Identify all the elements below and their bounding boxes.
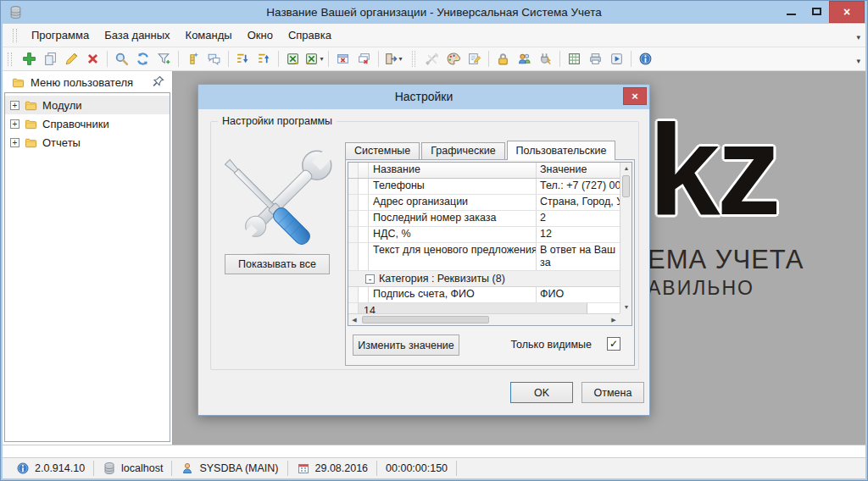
field-chooser-button[interactable] bbox=[182, 49, 203, 69]
tree-item[interactable]: +Справочники bbox=[5, 114, 170, 133]
only-visible-checkbox[interactable]: ✓ bbox=[607, 337, 620, 351]
grid-view-icon bbox=[567, 52, 581, 66]
row-indicator2 bbox=[359, 243, 369, 270]
dropdown-caret-icon: ▾ bbox=[398, 55, 402, 63]
tab-panel: Название Значение ТелефоныТел.: +7 (727)… bbox=[345, 159, 635, 366]
pin-icon[interactable] bbox=[152, 75, 165, 91]
show-all-button[interactable]: Показывать все bbox=[225, 254, 330, 274]
toolbar-overflow-icon[interactable]: ▾ bbox=[856, 56, 860, 64]
column-value-header[interactable]: Значение bbox=[537, 163, 620, 178]
refresh-button[interactable] bbox=[132, 49, 153, 69]
menu-item-3[interactable]: Окно bbox=[240, 25, 281, 45]
menu-item-0[interactable]: Программа bbox=[24, 25, 97, 45]
info-button[interactable] bbox=[635, 49, 656, 69]
grid-header: Название Значение bbox=[348, 163, 620, 179]
menu-item-4[interactable]: Справка bbox=[281, 25, 339, 45]
copy-button[interactable] bbox=[40, 49, 61, 69]
hscroll-thumb[interactable] bbox=[362, 316, 489, 323]
folder-icon bbox=[24, 99, 38, 112]
menubar-items: ПрограммаБаза данныхКомандыОкноСправка bbox=[24, 25, 339, 45]
tab-0[interactable]: Системные bbox=[345, 142, 420, 159]
horizontal-scrollbar[interactable]: ◀ ▶ bbox=[348, 313, 620, 325]
users-button[interactable] bbox=[514, 49, 535, 69]
grid-row[interactable]: Текст для ценового предложенияВ ответ на… bbox=[348, 243, 620, 271]
tab-1[interactable]: Графические bbox=[421, 142, 504, 159]
maximize-button[interactable] bbox=[804, 1, 829, 21]
filter-button[interactable] bbox=[153, 49, 175, 69]
expand-icon[interactable]: + bbox=[10, 119, 19, 129]
exit-button[interactable]: ▾ bbox=[382, 49, 403, 69]
edit-button[interactable] bbox=[61, 49, 82, 69]
lock-icon bbox=[496, 52, 510, 66]
ok-button[interactable]: OK bbox=[510, 382, 573, 403]
grid-row[interactable]: Адрес организацииСтрана, Город, У bbox=[348, 195, 620, 211]
delete-icon bbox=[86, 52, 100, 66]
window-close-button[interactable] bbox=[332, 49, 353, 69]
setting-value: ФИО bbox=[537, 287, 620, 302]
bottom-panel bbox=[3, 445, 865, 457]
vertical-scrollbar[interactable]: ▲ ▼ bbox=[620, 163, 632, 313]
collapse-icon[interactable]: - bbox=[365, 274, 375, 284]
palette-icon bbox=[446, 52, 460, 66]
scroll-right-icon[interactable]: ▶ bbox=[608, 314, 620, 326]
row-indicator2 bbox=[359, 195, 369, 210]
menu-item-1[interactable]: База данных bbox=[97, 25, 177, 45]
status-text: SYSDBA (MAIN) bbox=[199, 462, 278, 474]
setting-value: Страна, Город, У bbox=[537, 195, 620, 210]
lock-button[interactable] bbox=[492, 49, 514, 69]
expand-icon[interactable]: + bbox=[10, 101, 19, 110]
excel-export-menu-button[interactable]: ▾ bbox=[303, 49, 325, 69]
settings-tab-control: СистемныеГрафическиеПользовательские Наз… bbox=[345, 141, 635, 366]
form-edit-button[interactable] bbox=[464, 49, 485, 69]
grid-row[interactable]: НДС, %12 bbox=[348, 227, 620, 243]
run-button[interactable] bbox=[606, 49, 627, 69]
users-icon bbox=[517, 52, 531, 66]
minimize-button[interactable] bbox=[778, 1, 804, 21]
toolbar-separator bbox=[412, 51, 415, 67]
grid-row[interactable]: Последний номер заказа2 bbox=[348, 211, 620, 227]
column-name-header[interactable]: Название bbox=[369, 163, 537, 178]
palette-button[interactable] bbox=[442, 49, 464, 69]
info-icon bbox=[16, 462, 30, 475]
expand-icon[interactable]: + bbox=[10, 138, 19, 147]
grid-view-button[interactable] bbox=[564, 49, 585, 69]
scroll-left-icon[interactable]: ◀ bbox=[348, 314, 360, 326]
close-button[interactable]: × bbox=[829, 1, 865, 23]
comments-button[interactable] bbox=[203, 49, 225, 69]
add-button[interactable] bbox=[19, 49, 40, 69]
dialog-close-button[interactable]: × bbox=[623, 87, 647, 105]
search-icon bbox=[114, 52, 129, 66]
grid-footer: 14 bbox=[348, 303, 620, 313]
windows-close-all-icon bbox=[357, 52, 371, 66]
tab-2[interactable]: Пользовательские bbox=[507, 141, 616, 160]
cancel-button[interactable]: Отмена bbox=[581, 382, 644, 403]
sidebar: Меню пользователя +Модули+Справочники+От… bbox=[3, 71, 173, 445]
print-button[interactable] bbox=[585, 49, 606, 69]
menubar-overflow-icon[interactable]: ▾ bbox=[856, 32, 860, 41]
delete-button[interactable] bbox=[82, 49, 103, 69]
tree-expand-button[interactable] bbox=[232, 49, 253, 69]
excel-export-button[interactable] bbox=[282, 49, 303, 69]
grid-row[interactable]: ТелефоныТел.: +7 (727) 000 bbox=[348, 179, 620, 195]
scroll-down-icon[interactable]: ▼ bbox=[620, 301, 632, 313]
grid-row[interactable]: Подпись счета, ФИОФИО bbox=[348, 287, 620, 303]
app-window: Название Вашей организации - Универсальн… bbox=[0, 0, 868, 481]
power-button[interactable] bbox=[535, 49, 556, 69]
header-indicator bbox=[348, 163, 359, 178]
tree-item[interactable]: +Отчеты bbox=[5, 133, 170, 152]
menu-item-2[interactable]: Команды bbox=[178, 25, 240, 45]
scroll-up-icon[interactable]: ▲ bbox=[620, 163, 632, 174]
tools-button[interactable] bbox=[421, 49, 442, 69]
folder-icon bbox=[24, 118, 38, 130]
tree-item[interactable]: +Модули bbox=[5, 96, 170, 114]
change-value-button[interactable]: Изменить значение bbox=[353, 334, 459, 356]
grid-group-row[interactable]: -Категория : Реквизиты (8) bbox=[348, 271, 620, 287]
tree-item-label: Справочники bbox=[42, 118, 109, 130]
record-count: 14 bbox=[359, 303, 587, 313]
setting-value: В ответ на Ваш за следующей полиг bbox=[537, 243, 620, 270]
copy-icon bbox=[43, 52, 58, 66]
vscroll-thumb[interactable] bbox=[622, 175, 630, 197]
search-button[interactable] bbox=[111, 49, 132, 69]
tree-collapse-button[interactable] bbox=[253, 49, 275, 69]
windows-close-all-button[interactable] bbox=[353, 49, 375, 69]
